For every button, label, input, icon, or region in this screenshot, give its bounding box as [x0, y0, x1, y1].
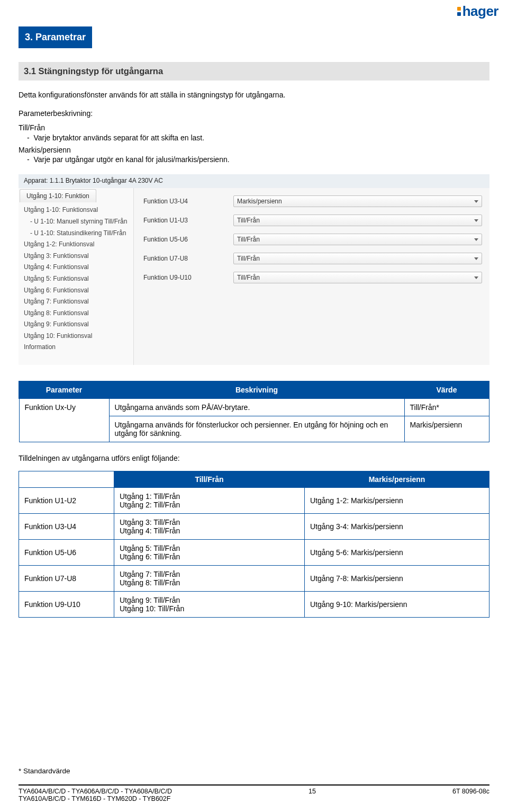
screenshot-tab[interactable]: Utgång 1-10: Funktion: [20, 189, 96, 202]
th-tillfran: Till/Från: [114, 471, 305, 488]
group-title: Till/Från: [19, 123, 489, 133]
footnote: * Standardvärde: [19, 767, 70, 775]
sidebar-item[interactable]: Utgång 7: Funktionsval: [24, 296, 133, 308]
sidebar-item[interactable]: - U 1-10: Statusindikering Till/Från: [24, 228, 133, 239]
dropdown-select[interactable]: Till/Från: [233, 253, 482, 264]
cell-value: Markis/persienn: [404, 416, 489, 442]
cell-tillfran: Utgång 7: Till/FrånUtgång 8: Till/Från: [114, 566, 305, 592]
cell-tillfran: Utgång 9: Till/FrånUtgång 10: Till/Från: [114, 592, 305, 618]
sidebar-item[interactable]: Utgång 8: Funktionsval: [24, 308, 133, 319]
form-label: Funktion U7-U8: [143, 255, 233, 262]
screenshot-title: Apparat: 1.1.1 Brytaktor 10-utgångar 4A …: [24, 177, 163, 184]
intro-paragraph: Detta konfigurationsfönster används för …: [19, 90, 489, 100]
cell-function: Funktion U9-U10: [19, 592, 114, 618]
table-row: Funktion U5-U6Utgång 5: Till/FrånUtgång …: [19, 540, 489, 566]
sidebar-item[interactable]: Utgång 1-10: Funktionsval: [24, 204, 133, 216]
cell-tillfran: Utgång 5: Till/FrånUtgång 6: Till/Från: [114, 540, 305, 566]
table-row: Funktion U1-U2Utgång 1: Till/FrånUtgång …: [19, 488, 489, 514]
th-varde: Värde: [404, 381, 489, 398]
brand-logo: hager: [457, 3, 498, 20]
logo-dot-icon: [457, 7, 461, 11]
dropdown-value: Till/Från: [237, 255, 260, 262]
chevron-down-icon: [474, 238, 478, 241]
group-title: Markis/persienn: [19, 145, 489, 155]
embedded-screenshot: Apparat: 1.1.1 Brytaktor 10-utgångar 4A …: [19, 174, 489, 365]
footer-left-line2: TYA610A/B/C/D - TYM616D - TYM620D - TYB6…: [19, 795, 170, 802]
allocation-label: Tilldelningen av utgångarna utförs enlig…: [19, 454, 489, 462]
page-footer: TYA604A/B/C/D - TYA606A/B/C/D - TYA608A/…: [19, 784, 489, 802]
screenshot-form: Funktion U3-U4Markis/persiennFunktion U1…: [134, 188, 489, 365]
dropdown-value: Till/Från: [237, 236, 260, 243]
form-row: Funktion U5-U6Till/Från: [143, 234, 482, 245]
parameter-table: Parameter Beskrivning Värde Funktion Ux-…: [19, 381, 489, 442]
group-bullet: - Varje brytaktor används separat för at…: [19, 133, 489, 143]
table-row: Funktion Ux-UyUtgångarna används som PÅ/…: [19, 398, 489, 416]
cell-tillfran: Utgång 3: Till/FrånUtgång 4: Till/Från: [114, 514, 305, 540]
th-beskrivning: Beskrivning: [109, 381, 404, 398]
group-bullet-text: Varje brytaktor används separat för att …: [33, 133, 204, 142]
form-row: Funktion U9-U10Till/Från: [143, 272, 482, 283]
cell-description: Utgångarna används som PÅ/AV-brytare.: [109, 398, 404, 416]
table-row: Funktion U7-U8Utgång 7: Till/FrånUtgång …: [19, 566, 489, 592]
cell-tillfran: Utgång 1: Till/FrånUtgång 2: Till/Från: [114, 488, 305, 514]
cell-description: Utgångarna används för fönsterluckor och…: [109, 416, 404, 442]
sidebar-item[interactable]: Utgång 5: Funktionsval: [24, 273, 133, 285]
footer-left-line1: TYA604A/B/C/D - TYA606A/B/C/D - TYA608A/…: [19, 788, 172, 795]
page-number: 15: [309, 788, 316, 795]
table-row: Utgångarna används för fönsterluckor och…: [19, 416, 489, 442]
form-label: Funktion U5-U6: [143, 236, 233, 243]
sidebar-item[interactable]: Utgång 6: Funktionsval: [24, 285, 133, 297]
th-blank: [19, 471, 114, 488]
heading-level-1: 3. Parametrar: [19, 26, 92, 48]
dropdown-select[interactable]: Till/Från: [233, 234, 482, 245]
chevron-down-icon: [474, 219, 478, 222]
logo-dot-icon: [457, 12, 461, 16]
chevron-down-icon: [474, 200, 478, 203]
dropdown-select[interactable]: Till/Från: [233, 272, 482, 283]
table-row: Funktion U9-U10Utgång 9: Till/FrånUtgång…: [19, 592, 489, 618]
sidebar-item[interactable]: Utgång 4: Funktionsval: [24, 262, 133, 273]
table-row: Funktion U3-U4Utgång 3: Till/FrånUtgång …: [19, 514, 489, 540]
cell-function: Funktion U7-U8: [19, 566, 114, 592]
allocation-table: Till/Från Markis/persienn Funktion U1-U2…: [19, 471, 489, 618]
sidebar-item[interactable]: Utgång 1-2: Funktionsval: [24, 239, 133, 251]
cell-markis: Utgång 7-8: Markis/persienn: [305, 566, 489, 592]
sidebar-item[interactable]: - U 1-10: Manuell styrning Till/Från: [24, 216, 133, 228]
form-label: Funktion U1-U3: [143, 217, 233, 224]
form-row: Funktion U3-U4Markis/persienn: [143, 195, 482, 207]
group-markis: Markis/persienn - Varje par utgångar utg…: [19, 145, 489, 165]
cell-function: Funktion U1-U2: [19, 488, 114, 514]
cell-markis: Utgång 5-6: Markis/persienn: [305, 540, 489, 566]
cell-function: Funktion U5-U6: [19, 540, 114, 566]
dropdown-value: Till/Från: [237, 217, 260, 224]
form-label: Funktion U3-U4: [143, 198, 233, 205]
logo-text: hager: [462, 3, 498, 20]
footer-left: TYA604A/B/C/D - TYA606A/B/C/D - TYA608A/…: [19, 788, 172, 802]
form-label: Funktion U9-U10: [143, 274, 233, 281]
th-parameter: Parameter: [19, 381, 109, 398]
dropdown-select[interactable]: Till/Från: [233, 215, 482, 226]
form-row: Funktion U7-U8Till/Från: [143, 253, 482, 264]
cell-value: Till/Från*: [404, 398, 489, 416]
cell-markis: Utgång 3-4: Markis/persienn: [305, 514, 489, 540]
group-bullet: - Varje par utgångar utgör en kanal för …: [19, 155, 489, 165]
cell-markis: Utgång 9-10: Markis/persienn: [305, 592, 489, 618]
group-tillfran: Till/Från - Varje brytaktor används sepa…: [19, 123, 489, 143]
sidebar-item[interactable]: Information: [24, 342, 133, 353]
sidebar-item[interactable]: Utgång 3: Funktionsval: [24, 251, 133, 262]
dropdown-select[interactable]: Markis/persienn: [233, 195, 482, 207]
sidebar-item[interactable]: Utgång 9: Funktionsval: [24, 319, 133, 331]
chevron-down-icon: [474, 257, 478, 260]
chevron-down-icon: [474, 276, 478, 279]
sidebar-item[interactable]: Utgång 10: Funktionsval: [24, 331, 133, 342]
dropdown-value: Markis/persienn: [237, 198, 282, 205]
cell-markis: Utgång 1-2: Markis/persienn: [305, 488, 489, 514]
th-markis: Markis/persienn: [305, 471, 489, 488]
footer-right: 6T 8096-08c: [452, 788, 489, 795]
screenshot-sidebar: Utgång 1-10: Funktion Utgång 1-10: Funkt…: [19, 188, 134, 365]
group-bullet-text: Varje par utgångar utgör en kanal för ja…: [33, 155, 229, 164]
dropdown-value: Till/Från: [237, 274, 260, 281]
form-row: Funktion U1-U3Till/Från: [143, 215, 482, 226]
heading-level-2: 3.1 Stängningstyp för utgångarna: [19, 62, 489, 81]
cell-function: Funktion U3-U4: [19, 514, 114, 540]
